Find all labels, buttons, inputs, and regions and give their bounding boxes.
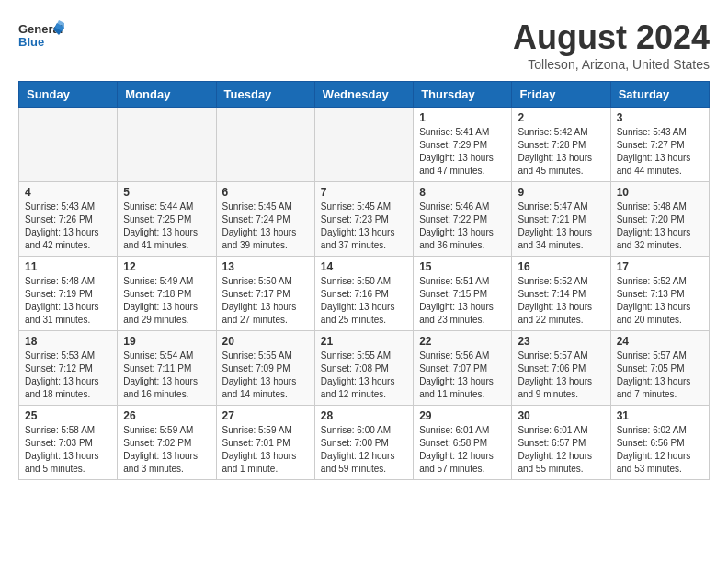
day-number: 18: [25, 335, 111, 348]
weekday-header-tuesday: Tuesday: [216, 82, 314, 108]
calendar-cell: [118, 108, 216, 182]
calendar-cell: 17Sunrise: 5:52 AMSunset: 7:13 PMDayligh…: [610, 257, 709, 331]
day-info: Sunrise: 6:01 AMSunset: 6:57 PMDaylight:…: [518, 424, 604, 476]
day-info: Sunrise: 5:42 AMSunset: 7:28 PMDaylight:…: [518, 126, 604, 178]
day-number: 22: [419, 335, 506, 348]
calendar-subtitle: Tolleson, Arizona, United States: [513, 57, 710, 72]
day-number: 24: [617, 335, 703, 348]
day-info: Sunrise: 5:47 AMSunset: 7:21 PMDaylight:…: [518, 201, 604, 252]
calendar-cell: 5Sunrise: 5:44 AMSunset: 7:25 PMDaylight…: [118, 182, 216, 257]
calendar-cell: 27Sunrise: 5:59 AMSunset: 7:01 PMDayligh…: [216, 406, 314, 480]
day-info: Sunrise: 5:53 AMSunset: 7:12 PMDaylight:…: [25, 350, 111, 401]
day-info: Sunrise: 5:56 AMSunset: 7:07 PMDaylight:…: [419, 350, 506, 401]
day-number: 17: [617, 260, 703, 273]
calendar-cell: 2Sunrise: 5:42 AMSunset: 7:28 PMDaylight…: [512, 108, 610, 182]
day-info: Sunrise: 5:43 AMSunset: 7:26 PMDaylight:…: [25, 201, 111, 252]
calendar-cell: 28Sunrise: 6:00 AMSunset: 7:00 PMDayligh…: [314, 406, 413, 480]
day-number: 1: [419, 111, 506, 124]
weekday-header-friday: Friday: [512, 82, 610, 108]
calendar-week-row: 25Sunrise: 5:58 AMSunset: 7:03 PMDayligh…: [19, 406, 710, 480]
calendar-cell: 21Sunrise: 5:55 AMSunset: 7:08 PMDayligh…: [314, 331, 413, 406]
day-info: Sunrise: 5:45 AMSunset: 7:23 PMDaylight:…: [321, 201, 407, 252]
day-info: Sunrise: 5:51 AMSunset: 7:15 PMDaylight:…: [419, 275, 506, 327]
calendar-title: August 2024: [513, 18, 710, 57]
calendar-cell: 24Sunrise: 5:57 AMSunset: 7:05 PMDayligh…: [610, 331, 709, 406]
calendar-cell: 4Sunrise: 5:43 AMSunset: 7:26 PMDaylight…: [19, 182, 118, 257]
day-info: Sunrise: 5:59 AMSunset: 7:02 PMDaylight:…: [123, 424, 210, 476]
day-info: Sunrise: 5:52 AMSunset: 7:13 PMDaylight:…: [617, 275, 703, 327]
day-info: Sunrise: 5:44 AMSunset: 7:25 PMDaylight:…: [123, 201, 210, 252]
calendar-cell: 10Sunrise: 5:48 AMSunset: 7:20 PMDayligh…: [610, 182, 709, 257]
day-number: 7: [321, 186, 407, 199]
day-number: 25: [25, 409, 111, 422]
day-number: 31: [617, 409, 703, 422]
day-info: Sunrise: 5:49 AMSunset: 7:18 PMDaylight:…: [123, 275, 210, 327]
day-number: 13: [222, 260, 309, 273]
day-number: 12: [123, 260, 210, 273]
day-info: Sunrise: 5:41 AMSunset: 7:29 PMDaylight:…: [419, 126, 506, 178]
calendar-cell: [314, 108, 413, 182]
title-section: August 2024 Tolleson, Arizona, United St…: [513, 18, 710, 72]
day-number: 15: [419, 260, 506, 273]
calendar-week-row: 4Sunrise: 5:43 AMSunset: 7:26 PMDaylight…: [19, 182, 710, 257]
calendar-cell: 18Sunrise: 5:53 AMSunset: 7:12 PMDayligh…: [19, 331, 118, 406]
logo: General Blue: [18, 18, 64, 55]
weekday-header-monday: Monday: [118, 82, 216, 108]
weekday-header-sunday: Sunday: [19, 82, 118, 108]
day-number: 9: [518, 186, 604, 199]
day-number: 5: [123, 186, 210, 199]
day-info: Sunrise: 5:55 AMSunset: 7:09 PMDaylight:…: [222, 350, 309, 401]
day-number: 30: [518, 409, 604, 422]
calendar-cell: 26Sunrise: 5:59 AMSunset: 7:02 PMDayligh…: [118, 406, 216, 480]
day-info: Sunrise: 5:54 AMSunset: 7:11 PMDaylight:…: [123, 350, 210, 401]
day-info: Sunrise: 5:59 AMSunset: 7:01 PMDaylight:…: [222, 424, 309, 476]
day-number: 27: [222, 409, 309, 422]
calendar-week-row: 18Sunrise: 5:53 AMSunset: 7:12 PMDayligh…: [19, 331, 710, 406]
calendar-cell: 20Sunrise: 5:55 AMSunset: 7:09 PMDayligh…: [216, 331, 314, 406]
calendar-cell: 6Sunrise: 5:45 AMSunset: 7:24 PMDaylight…: [216, 182, 314, 257]
weekday-header-row: SundayMondayTuesdayWednesdayThursdayFrid…: [19, 82, 710, 108]
calendar-cell: 31Sunrise: 6:02 AMSunset: 6:56 PMDayligh…: [610, 406, 709, 480]
day-info: Sunrise: 6:01 AMSunset: 6:58 PMDaylight:…: [419, 424, 506, 476]
day-number: 10: [617, 186, 703, 199]
day-info: Sunrise: 6:00 AMSunset: 7:00 PMDaylight:…: [321, 424, 407, 476]
calendar-cell: 14Sunrise: 5:50 AMSunset: 7:16 PMDayligh…: [314, 257, 413, 331]
day-number: 29: [419, 409, 506, 422]
day-info: Sunrise: 5:50 AMSunset: 7:17 PMDaylight:…: [222, 275, 309, 327]
calendar-cell: 19Sunrise: 5:54 AMSunset: 7:11 PMDayligh…: [118, 331, 216, 406]
day-info: Sunrise: 5:57 AMSunset: 7:06 PMDaylight:…: [518, 350, 604, 401]
calendar-cell: 25Sunrise: 5:58 AMSunset: 7:03 PMDayligh…: [19, 406, 118, 480]
calendar-cell: 3Sunrise: 5:43 AMSunset: 7:27 PMDaylight…: [610, 108, 709, 182]
weekday-header-saturday: Saturday: [610, 82, 709, 108]
day-number: 14: [321, 260, 407, 273]
calendar-cell: 23Sunrise: 5:57 AMSunset: 7:06 PMDayligh…: [512, 331, 610, 406]
calendar-cell: 16Sunrise: 5:52 AMSunset: 7:14 PMDayligh…: [512, 257, 610, 331]
calendar-week-row: 11Sunrise: 5:48 AMSunset: 7:19 PMDayligh…: [19, 257, 710, 331]
calendar-cell: 22Sunrise: 5:56 AMSunset: 7:07 PMDayligh…: [414, 331, 512, 406]
calendar-table: SundayMondayTuesdayWednesdayThursdayFrid…: [18, 81, 710, 480]
calendar-cell: 13Sunrise: 5:50 AMSunset: 7:17 PMDayligh…: [216, 257, 314, 331]
day-info: Sunrise: 5:52 AMSunset: 7:14 PMDaylight:…: [518, 275, 604, 327]
day-number: 16: [518, 260, 604, 273]
day-number: 3: [617, 111, 703, 124]
day-number: 19: [123, 335, 210, 348]
day-info: Sunrise: 5:48 AMSunset: 7:20 PMDaylight:…: [617, 201, 703, 252]
day-info: Sunrise: 5:48 AMSunset: 7:19 PMDaylight:…: [25, 275, 111, 327]
calendar-cell: 9Sunrise: 5:47 AMSunset: 7:21 PMDaylight…: [512, 182, 610, 257]
calendar-cell: 8Sunrise: 5:46 AMSunset: 7:22 PMDaylight…: [414, 182, 512, 257]
day-number: 2: [518, 111, 604, 124]
day-number: 23: [518, 335, 604, 348]
day-number: 8: [419, 186, 506, 199]
day-number: 21: [321, 335, 407, 348]
calendar-cell: 12Sunrise: 5:49 AMSunset: 7:18 PMDayligh…: [118, 257, 216, 331]
calendar-cell: 7Sunrise: 5:45 AMSunset: 7:23 PMDaylight…: [314, 182, 413, 257]
day-info: Sunrise: 5:58 AMSunset: 7:03 PMDaylight:…: [25, 424, 111, 476]
calendar-week-row: 1Sunrise: 5:41 AMSunset: 7:29 PMDaylight…: [19, 108, 710, 182]
weekday-header-wednesday: Wednesday: [314, 82, 413, 108]
day-number: 28: [321, 409, 407, 422]
svg-text:Blue: Blue: [18, 35, 44, 49]
calendar-cell: 11Sunrise: 5:48 AMSunset: 7:19 PMDayligh…: [19, 257, 118, 331]
calendar-cell: 1Sunrise: 5:41 AMSunset: 7:29 PMDaylight…: [414, 108, 512, 182]
calendar-cell: [19, 108, 118, 182]
calendar-cell: [216, 108, 314, 182]
